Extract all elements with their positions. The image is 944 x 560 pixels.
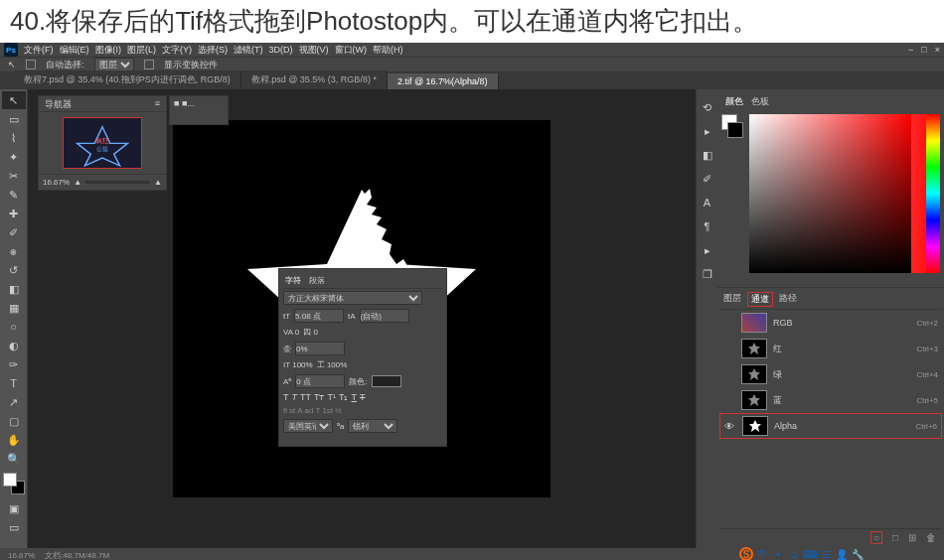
tab-doc-3[interactable]: 2.tif @ 16.7%(Alpha/8) bbox=[388, 73, 499, 89]
opentype-t[interactable]: T bbox=[315, 406, 320, 415]
opentype-st[interactable]: st bbox=[289, 406, 295, 415]
anti-alias-select[interactable]: 锐利 bbox=[348, 419, 397, 433]
menu-view[interactable]: 视图(V) bbox=[299, 44, 329, 57]
brushes-icon[interactable]: ✐ bbox=[700, 171, 715, 187]
scale-input[interactable] bbox=[295, 342, 345, 355]
actions-icon[interactable]: ▸ bbox=[700, 123, 715, 139]
new-channel-icon[interactable]: ⊞ bbox=[908, 532, 916, 543]
opentype-1st[interactable]: 1st bbox=[322, 406, 333, 415]
crop-tool[interactable]: ✂ bbox=[2, 167, 26, 185]
opentype-half[interactable]: ½ bbox=[335, 406, 342, 415]
italic-button[interactable]: T bbox=[292, 392, 298, 402]
ime-settings-icon[interactable]: 🔧 bbox=[851, 547, 865, 560]
stamp-tool[interactable]: ⎈ bbox=[2, 242, 26, 260]
canvas-area[interactable]: 导航器 ≡ 疯狂公益 16.67% ▲ ▲ ■ ■... bbox=[28, 89, 696, 548]
sogou-icon[interactable]: S bbox=[739, 547, 753, 560]
color-panel[interactable]: 颜色 色板 bbox=[717, 89, 944, 288]
layers-tab[interactable]: 图层 bbox=[723, 292, 741, 307]
super-button[interactable]: T¹ bbox=[328, 392, 337, 402]
text-color-swatch[interactable] bbox=[372, 375, 401, 387]
ime-input-icon[interactable]: ☵ bbox=[819, 547, 833, 560]
zoom-tool[interactable]: 🔍 bbox=[2, 450, 26, 468]
minimize-icon[interactable]: − bbox=[908, 45, 913, 55]
font-size-input[interactable] bbox=[294, 309, 344, 323]
color-swatches[interactable] bbox=[3, 473, 25, 494]
navigator-side[interactable]: ■ ■... bbox=[169, 95, 229, 125]
baseline-input[interactable] bbox=[295, 374, 345, 388]
menu-select[interactable]: 选择(S) bbox=[198, 44, 228, 57]
character-panel[interactable]: 字符 段落 方正大标宋简体 tT tA VA 0 四 0 壶 IT 100% 工 bbox=[278, 268, 447, 447]
info-icon[interactable]: ❐ bbox=[700, 266, 715, 282]
save-selection-icon[interactable]: □ bbox=[892, 532, 898, 543]
opentype-fi[interactable]: fi bbox=[283, 406, 287, 415]
pen-tool[interactable]: ✑ bbox=[2, 355, 26, 373]
marquee-tool[interactable]: ▭ bbox=[2, 110, 26, 128]
load-selection-icon[interactable]: ○ bbox=[870, 531, 882, 544]
wand-tool[interactable]: ✦ bbox=[2, 148, 26, 166]
type-tool[interactable]: T bbox=[2, 374, 26, 392]
blur-tool[interactable]: ○ bbox=[2, 318, 26, 336]
status-doc[interactable]: 文档:48.7M/48.7M bbox=[45, 550, 109, 560]
gradient-tool[interactable]: ▦ bbox=[2, 299, 26, 317]
para-rail-icon[interactable]: ¶ bbox=[700, 218, 715, 234]
properties-icon[interactable]: ◧ bbox=[700, 147, 715, 163]
navigator-thumbnail[interactable]: 疯狂公益 bbox=[63, 117, 142, 169]
menu-edit[interactable]: 编辑(E) bbox=[60, 44, 89, 57]
channel-rgb[interactable]: RGB Ctrl+2 bbox=[719, 310, 942, 336]
eyedropper-tool[interactable]: ✎ bbox=[2, 186, 26, 204]
screen-mode-tool[interactable]: ▭ bbox=[2, 518, 26, 536]
opentype-a[interactable]: A bbox=[297, 406, 302, 415]
menu-file[interactable]: 文件(F) bbox=[24, 44, 54, 57]
channels-panel[interactable]: 图层 通道 路径 RGB Ctrl+2 红 Ctrl+3 bbox=[717, 288, 944, 548]
hue-slider[interactable] bbox=[926, 114, 940, 273]
underline-button[interactable]: T bbox=[352, 392, 358, 402]
history-brush-tool[interactable]: ↺ bbox=[2, 261, 26, 279]
menu-type[interactable]: 文字(Y) bbox=[162, 44, 192, 57]
color-field[interactable] bbox=[749, 114, 940, 273]
path-tool[interactable]: ↗ bbox=[2, 393, 26, 411]
paths-tab[interactable]: 路径 bbox=[779, 292, 797, 307]
shape-tool[interactable]: ▢ bbox=[2, 412, 26, 430]
delete-channel-icon[interactable]: 🗑 bbox=[926, 532, 936, 543]
close-icon[interactable]: × bbox=[935, 45, 940, 55]
ime-keyboard-icon[interactable]: ⌨ bbox=[803, 547, 817, 560]
channel-red[interactable]: 红 Ctrl+3 bbox=[719, 336, 942, 361]
opentype-ad[interactable]: ad bbox=[305, 406, 314, 415]
menu-layer[interactable]: 图层(L) bbox=[127, 44, 156, 57]
bold-button[interactable]: T bbox=[283, 392, 289, 402]
ime-emoji-icon[interactable]: ☺ bbox=[787, 547, 801, 560]
heal-tool[interactable]: ✚ bbox=[2, 205, 26, 222]
zoom-in-icon[interactable]: ▲ bbox=[154, 178, 162, 187]
hand-tool[interactable]: ✋ bbox=[2, 431, 26, 449]
menu-help[interactable]: 帮助(H) bbox=[373, 44, 403, 57]
brush-tool[interactable]: ✐ bbox=[2, 223, 26, 241]
color-tab[interactable]: 颜色 bbox=[725, 95, 743, 108]
font-family-select[interactable]: 方正大标宋简体 bbox=[283, 291, 422, 305]
layer-type-select[interactable]: 图层 bbox=[94, 58, 134, 71]
char-rail-icon[interactable]: A bbox=[700, 195, 715, 210]
status-zoom[interactable]: 16.67% bbox=[8, 551, 35, 560]
tab-doc-2[interactable]: 教程.psd @ 35.5% (3, RGB/8) * bbox=[241, 70, 388, 89]
maximize-icon[interactable]: □ bbox=[921, 45, 926, 55]
ime-punct-icon[interactable]: • bbox=[771, 547, 785, 560]
panel-bg-swatch[interactable] bbox=[727, 122, 743, 138]
lang-select[interactable]: 美国英语 bbox=[283, 419, 333, 433]
menu-3d[interactable]: 3D(D) bbox=[269, 45, 293, 55]
navigator-menu-icon[interactable]: ≡ bbox=[155, 98, 160, 109]
navigator-zoom[interactable]: 16.67% bbox=[43, 178, 70, 187]
auto-select-checkbox[interactable] bbox=[26, 60, 36, 70]
zoom-slider[interactable] bbox=[85, 181, 150, 184]
channel-blue[interactable]: 蓝 Ctrl+5 bbox=[719, 387, 942, 413]
channel-alpha[interactable]: 👁 Alpha Ctrl+6 bbox=[719, 413, 942, 439]
fg-color[interactable] bbox=[3, 473, 17, 487]
channel-green[interactable]: 绿 Ctrl+4 bbox=[719, 361, 942, 387]
show-transform-checkbox[interactable] bbox=[144, 60, 154, 70]
smallcaps-button[interactable]: Tᴛ bbox=[314, 392, 325, 402]
sub-button[interactable]: T₁ bbox=[339, 392, 349, 402]
zoom-out-icon[interactable]: ▲ bbox=[74, 178, 81, 187]
strike-button[interactable]: T bbox=[360, 392, 366, 402]
move-tool[interactable]: ↖ bbox=[2, 91, 26, 109]
quick-mask-tool[interactable]: ▣ bbox=[2, 499, 26, 517]
styles-icon[interactable]: ▸ bbox=[700, 242, 715, 258]
char-tab[interactable]: 字符 bbox=[285, 275, 301, 286]
